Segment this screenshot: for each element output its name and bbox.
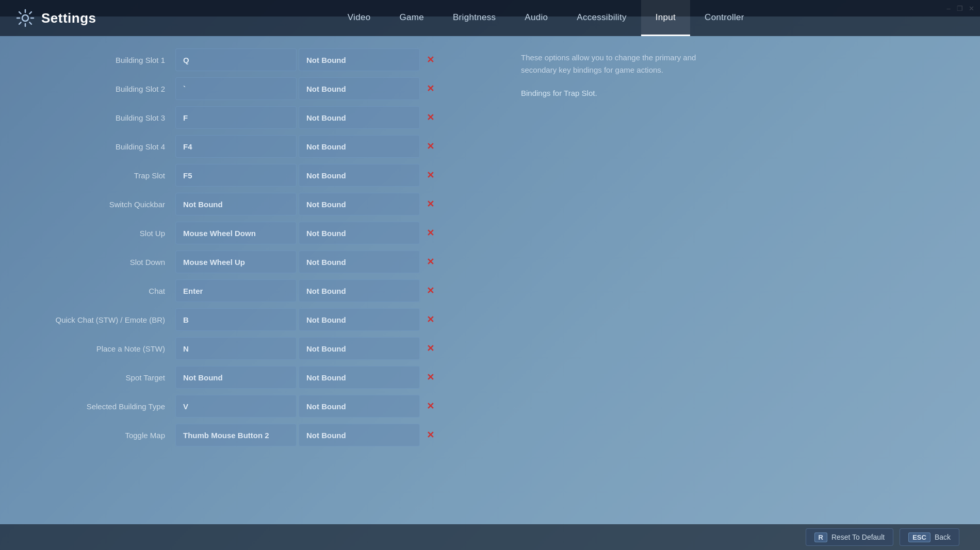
table-row: Building Slot 4 F4 Not Bound ✕ xyxy=(31,133,505,160)
binding-secondary-key[interactable]: Not Bound xyxy=(299,48,420,71)
binding-primary-key[interactable]: V xyxy=(175,395,297,418)
binding-clear-button[interactable]: ✕ xyxy=(421,337,439,360)
reset-to-default-button[interactable]: R Reset To Default xyxy=(806,528,894,546)
binding-primary-key[interactable]: B xyxy=(175,308,297,331)
binding-primary-key[interactable]: Mouse Wheel Down xyxy=(175,222,297,244)
binding-label: Slot Down xyxy=(31,258,175,266)
binding-clear-button[interactable]: ✕ xyxy=(421,48,439,71)
binding-clear-button[interactable]: ✕ xyxy=(421,251,439,273)
binding-clear-button[interactable]: ✕ xyxy=(421,193,439,215)
binding-primary-key[interactable]: F5 xyxy=(175,164,297,187)
binding-label: Building Slot 3 xyxy=(31,113,175,122)
tab-brightness[interactable]: Brightness xyxy=(438,0,510,36)
binding-secondary-key[interactable]: Not Bound xyxy=(299,222,420,244)
app-title: Settings xyxy=(41,10,96,26)
binding-secondary-key[interactable]: Not Bound xyxy=(299,279,420,302)
binding-label: Building Slot 1 xyxy=(31,56,175,64)
bindings-panel: Building Slot 1 Q Not Bound ✕ Building S… xyxy=(0,36,505,524)
binding-primary-key[interactable]: Mouse Wheel Up xyxy=(175,251,297,273)
binding-label: Selected Building Type xyxy=(31,402,175,411)
binding-primary-key[interactable]: Not Bound xyxy=(175,366,297,389)
back-label: Back xyxy=(935,533,951,541)
back-button[interactable]: ESC Back xyxy=(900,528,959,546)
tab-game[interactable]: Game xyxy=(385,0,438,36)
close-icon: ✕ xyxy=(427,54,434,65)
binding-clear-button[interactable]: ✕ xyxy=(421,77,439,100)
reset-label: Reset To Default xyxy=(831,533,885,541)
tab-video[interactable]: Video xyxy=(333,0,385,36)
binding-label: Chat xyxy=(31,287,175,295)
main-content: Building Slot 1 Q Not Bound ✕ Building S… xyxy=(0,36,980,524)
tab-controller[interactable]: Controller xyxy=(690,0,759,36)
binding-label: Spot Target xyxy=(31,373,175,382)
svg-line-6 xyxy=(29,22,31,24)
binding-label: Place a Note (STW) xyxy=(31,344,175,353)
tab-input[interactable]: Input xyxy=(641,0,690,36)
binding-clear-button[interactable]: ✕ xyxy=(421,135,439,158)
binding-secondary-key[interactable]: Not Bound xyxy=(299,424,420,446)
binding-label: Quick Chat (STW) / Emote (BR) xyxy=(31,315,175,324)
info-highlight: Bindings for Trap Slot. xyxy=(521,89,696,97)
close-icon: ✕ xyxy=(427,372,434,383)
binding-clear-button[interactable]: ✕ xyxy=(421,366,439,389)
binding-primary-key[interactable]: N xyxy=(175,337,297,360)
info-panel: These options allow you to change the pr… xyxy=(505,36,712,524)
table-row: Toggle Map Thumb Mouse Button 2 Not Boun… xyxy=(31,422,505,448)
binding-secondary-key[interactable]: Not Bound xyxy=(299,366,420,389)
svg-line-7 xyxy=(29,12,31,14)
binding-secondary-key[interactable]: Not Bound xyxy=(299,395,420,418)
close-icon: ✕ xyxy=(427,141,434,152)
table-row: Selected Building Type V Not Bound ✕ xyxy=(31,393,505,420)
binding-label: Switch Quickbar xyxy=(31,200,175,209)
table-row: Trap Slot F5 Not Bound ✕ xyxy=(31,162,505,189)
footer: R Reset To Default ESC Back xyxy=(0,524,980,550)
table-row: Chat Enter Not Bound ✕ xyxy=(31,277,505,304)
binding-clear-button[interactable]: ✕ xyxy=(421,395,439,418)
binding-primary-key[interactable]: ` xyxy=(175,77,297,100)
binding-clear-button[interactable]: ✕ xyxy=(421,106,439,129)
binding-primary-key[interactable]: Enter xyxy=(175,279,297,302)
table-row: Slot Down Mouse Wheel Up Not Bound ✕ xyxy=(31,248,505,275)
tab-accessibility[interactable]: Accessibility xyxy=(562,0,641,36)
binding-primary-key[interactable]: Thumb Mouse Button 2 xyxy=(175,424,297,446)
binding-primary-key[interactable]: F4 xyxy=(175,135,297,158)
close-icon: ✕ xyxy=(427,285,434,296)
binding-label: Building Slot 2 xyxy=(31,85,175,93)
close-icon: ✕ xyxy=(427,343,434,354)
binding-secondary-key[interactable]: Not Bound xyxy=(299,337,420,360)
reset-key: R xyxy=(814,532,827,542)
binding-secondary-key[interactable]: Not Bound xyxy=(299,251,420,273)
back-key: ESC xyxy=(908,532,930,542)
close-icon: ✕ xyxy=(427,314,434,325)
binding-primary-key[interactable]: Q xyxy=(175,48,297,71)
binding-clear-button[interactable]: ✕ xyxy=(421,164,439,187)
close-icon: ✕ xyxy=(427,429,434,441)
bindings-rows: Building Slot 1 Q Not Bound ✕ Building S… xyxy=(31,46,505,448)
close-icon: ✕ xyxy=(427,198,434,210)
binding-secondary-key[interactable]: Not Bound xyxy=(299,135,420,158)
binding-secondary-key[interactable]: Not Bound xyxy=(299,106,420,129)
close-icon: ✕ xyxy=(427,170,434,181)
close-icon: ✕ xyxy=(427,401,434,412)
binding-primary-key[interactable]: F xyxy=(175,106,297,129)
svg-point-0 xyxy=(22,15,28,21)
binding-label: Slot Up xyxy=(31,229,175,238)
tab-audio[interactable]: Audio xyxy=(510,0,562,36)
binding-clear-button[interactable]: ✕ xyxy=(421,308,439,331)
binding-primary-key[interactable]: Not Bound xyxy=(175,193,297,215)
table-row: Place a Note (STW) N Not Bound ✕ xyxy=(31,335,505,362)
svg-line-8 xyxy=(19,22,21,24)
logo-area: Settings xyxy=(15,8,96,28)
info-description: These options allow you to change the pr… xyxy=(521,52,696,76)
binding-clear-button[interactable]: ✕ xyxy=(421,222,439,244)
close-icon: ✕ xyxy=(427,227,434,239)
binding-clear-button[interactable]: ✕ xyxy=(421,424,439,446)
binding-secondary-key[interactable]: Not Bound xyxy=(299,77,420,100)
binding-secondary-key[interactable]: Not Bound xyxy=(299,164,420,187)
nav-tabs: Video Game Brightness Audio Accessibilit… xyxy=(127,0,965,36)
table-row: Building Slot 1 Q Not Bound ✕ xyxy=(31,46,505,73)
binding-clear-button[interactable]: ✕ xyxy=(421,279,439,302)
close-icon: ✕ xyxy=(427,112,434,123)
binding-secondary-key[interactable]: Not Bound xyxy=(299,308,420,331)
binding-secondary-key[interactable]: Not Bound xyxy=(299,193,420,215)
